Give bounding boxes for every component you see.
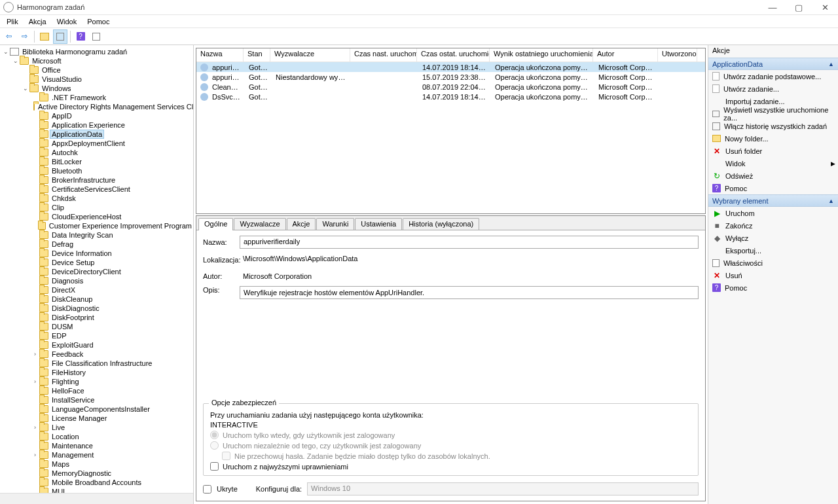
- textarea-opis[interactable]: Weryfikuje rejestracje hostów elementów …: [240, 286, 699, 299]
- action-usuń-folder[interactable]: ✕Usuń folder: [708, 145, 838, 157]
- input-nazwa[interactable]: appuriverifierdaily: [240, 236, 699, 249]
- tree-item-defrag[interactable]: Defrag: [0, 240, 193, 249]
- menu-pomoc[interactable]: Pomoc: [82, 16, 115, 27]
- action-włącz-historię-wszystkich-zadań[interactable]: Włącz historię wszystkich zadań: [708, 120, 838, 132]
- tree-item-memorydiagnostic[interactable]: MemoryDiagnostic: [0, 469, 193, 478]
- action-uruchom[interactable]: ▶Uruchom: [708, 207, 838, 219]
- action-widok[interactable]: Widok▶: [708, 157, 838, 170]
- action-nowy-folder[interactable]: Nowy folder...: [708, 132, 838, 145]
- action-pomoc[interactable]: ?Pomoc: [708, 281, 838, 294]
- tree-item-exploitguard[interactable]: ExploitGuard: [0, 340, 193, 350]
- tree-item-chkdsk[interactable]: Chkdsk: [0, 194, 193, 203]
- action-właściwości[interactable]: Właściwości: [708, 257, 838, 269]
- tab-ustawienia[interactable]: Ustawienia: [355, 218, 402, 230]
- check-highest-priv[interactable]: [210, 462, 219, 471]
- tree-item-feedback[interactable]: ›Feedback: [0, 350, 193, 359]
- tree-office[interactable]: Office: [0, 65, 193, 75]
- tree-item-mobile-broadband-accounts[interactable]: Mobile Broadband Accounts: [0, 478, 193, 487]
- tree-item-diskcleanup[interactable]: DiskCleanup: [0, 295, 193, 304]
- action-pomoc[interactable]: ?Pomoc: [708, 182, 838, 194]
- tree-item-clip[interactable]: Clip: [0, 203, 193, 212]
- tab-ogolne[interactable]: Ogólne: [198, 218, 233, 230]
- menu-akcja[interactable]: Akcja: [24, 16, 52, 27]
- tree-item-autochk[interactable]: Autochk: [0, 148, 193, 157]
- tree-item-devicedirectoryclient[interactable]: DeviceDirectoryClient: [0, 267, 193, 276]
- tab-akcje[interactable]: Akcje: [287, 218, 316, 230]
- horizontal-scrollbar[interactable]: [0, 493, 193, 504]
- tree-windows[interactable]: ⌄Windows: [0, 84, 193, 93]
- tree-item-bitlocker[interactable]: BitLocker: [0, 157, 193, 166]
- tree-root[interactable]: ⌄Biblioteka Harmonogramu zadań: [0, 47, 193, 56]
- minimize-button[interactable]: —: [759, 0, 786, 14]
- tree-microsoft[interactable]: ⌄Microsoft: [0, 56, 193, 65]
- tree-item-diagnosis[interactable]: Diagnosis: [0, 276, 193, 285]
- tree-item-flighting[interactable]: ›Flighting: [0, 377, 193, 386]
- tab-warunki[interactable]: Warunki: [316, 218, 354, 230]
- panel-button[interactable]: [53, 29, 67, 44]
- action-zakończ[interactable]: ■Zakończ: [708, 219, 838, 232]
- folder-tree[interactable]: ⌄Biblioteka Harmonogramu zadań⌄Microsoft…: [0, 45, 193, 493]
- tree-item-languagecomponentsinstaller[interactable]: LanguageComponentsInstaller: [0, 405, 193, 414]
- tab-historia[interactable]: Historia (wyłączona): [403, 218, 479, 230]
- forward-button[interactable]: ⇨: [17, 29, 31, 44]
- help-toolbar-button[interactable]: ?: [73, 29, 88, 44]
- tree-item-edp[interactable]: EDP: [0, 331, 193, 340]
- tree-item--net-framework[interactable]: .NET Framework: [0, 93, 193, 102]
- action-utwórz-zadanie[interactable]: Utwórz zadanie...: [708, 82, 838, 95]
- action-utwórz-zadanie-podstawowe[interactable]: Utwórz zadanie podstawowe...: [708, 70, 838, 82]
- tree-item-file-classification-infrastructure[interactable]: File Classification Infrastructure: [0, 359, 193, 368]
- extra-button[interactable]: [89, 29, 103, 44]
- col-stan[interactable]: Stan: [244, 48, 270, 62]
- task-row[interactable]: appuriverifie...Gotowy14.07.2019 18:14:2…: [196, 62, 705, 72]
- tree-item-live[interactable]: ›Live: [0, 423, 193, 432]
- maximize-button[interactable]: ▢: [786, 0, 812, 14]
- tree-item-diskdiagnostic[interactable]: DiskDiagnostic: [0, 304, 193, 313]
- tree-item-appid[interactable]: AppID: [0, 111, 193, 120]
- col-czas-ostat[interactable]: Czas ostat. uruchomienia: [417, 48, 490, 62]
- tree-item-filehistory[interactable]: FileHistory: [0, 368, 193, 377]
- col-czas-nast[interactable]: Czas nast. uruchomienia: [350, 48, 417, 62]
- tree-item-cloudexperiencehost[interactable]: CloudExperienceHost: [0, 212, 193, 221]
- col-wynik[interactable]: Wynik ostatniego uruchomienia: [490, 48, 593, 62]
- actions-section-applicationdata[interactable]: ApplicationData▲: [708, 58, 838, 70]
- tree-item-diskfootprint[interactable]: DiskFootprint: [0, 313, 193, 322]
- tree-item-application-experience[interactable]: Application Experience: [0, 120, 193, 130]
- action-odśwież[interactable]: ↻Odśwież: [708, 170, 838, 182]
- col-wyzwalacze[interactable]: Wyzwalacze: [270, 48, 350, 62]
- tree-visualstudio[interactable]: VisualStudio: [0, 75, 193, 84]
- tree-item-device-setup[interactable]: Device Setup: [0, 258, 193, 267]
- tree-item-bluetooth[interactable]: Bluetooth: [0, 166, 193, 175]
- tree-item-maintenance[interactable]: Maintenance: [0, 441, 193, 450]
- tab-wyzwalacze[interactable]: Wyzwalacze: [234, 218, 285, 230]
- tree-item-appxdeploymentclient[interactable]: AppxDeploymentClient: [0, 139, 193, 148]
- check-hidden[interactable]: [203, 485, 211, 494]
- tree-item-directx[interactable]: DirectX: [0, 285, 193, 295]
- col-nazwa[interactable]: Nazwa: [196, 48, 244, 62]
- tree-item-location[interactable]: Location: [0, 432, 193, 441]
- tree-item-certificateservicesclient[interactable]: CertificateServicesClient: [0, 185, 193, 194]
- action-eksportuj[interactable]: Eksportuj...: [708, 244, 838, 257]
- tree-item-mui[interactable]: MUI: [0, 487, 193, 493]
- menu-plik[interactable]: Plik: [1, 16, 24, 27]
- actions-section-selected[interactable]: Wybrany element▲: [708, 194, 838, 207]
- action-wyłącz[interactable]: ◆Wyłącz: [708, 232, 838, 244]
- action-usuń[interactable]: ✕Usuń: [708, 269, 838, 281]
- tree-item-applicationdata[interactable]: ApplicationData: [0, 130, 193, 139]
- close-button[interactable]: ✕: [812, 0, 838, 14]
- back-button[interactable]: ⇦: [1, 29, 16, 44]
- tree-item-brokerinfrastructure[interactable]: BrokerInfrastructure: [0, 175, 193, 185]
- task-row[interactable]: appuriverifie...GotowyNiestandardowy wyz…: [196, 72, 705, 82]
- tree-item-license-manager[interactable]: License Manager: [0, 414, 193, 423]
- tree-item-dusm[interactable]: DUSM: [0, 322, 193, 331]
- tree-item-installservice[interactable]: InstallService: [0, 395, 193, 405]
- tree-item-customer-experience-improvement-program[interactable]: Customer Experience Improvement Program: [0, 221, 193, 230]
- tree-item-active-directory-rights-management-services-clie[interactable]: Active Directory Rights Management Servi…: [0, 102, 193, 111]
- folder-button[interactable]: [37, 29, 52, 44]
- action-wyświetl-wszystkie-uruchomione-za[interactable]: Wyświetl wszystkie uruchomione za...: [708, 107, 838, 120]
- tree-item-management[interactable]: ›Management: [0, 450, 193, 459]
- col-autor[interactable]: Autor: [593, 48, 658, 62]
- task-row[interactable]: CleanupTem...Gotowy08.07.2019 22:04:05Op…: [196, 82, 705, 92]
- tree-item-helloface[interactable]: HelloFace: [0, 386, 193, 395]
- tree-item-maps[interactable]: Maps: [0, 459, 193, 469]
- menu-widok[interactable]: Widok: [52, 16, 82, 27]
